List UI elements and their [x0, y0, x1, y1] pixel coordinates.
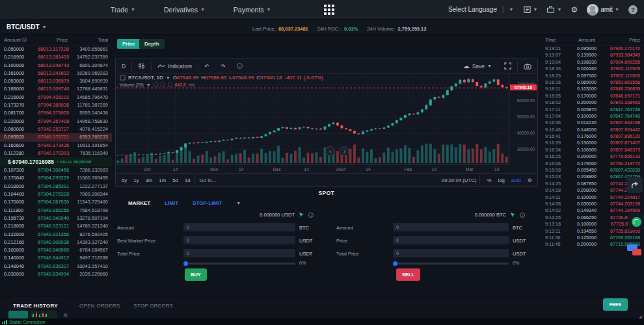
- range-5d[interactable]: 5d: [169, 177, 181, 183]
- eye-icon[interactable]: [154, 83, 158, 87]
- trade-row[interactable]: 9:16:390.15000067807.871407: [541, 140, 644, 146]
- scroll-left-button[interactable]: ‹: [325, 146, 335, 156]
- trade-row[interactable]: 9:16:340.10690067807.846373: [541, 147, 644, 153]
- tab-trade-history[interactable]: TRADE HISTORY: [13, 303, 58, 309]
- range-5y[interactable]: 5y: [118, 177, 130, 183]
- scale-percent-button[interactable]: %: [483, 177, 494, 183]
- tab-market[interactable]: MARKET: [128, 200, 150, 206]
- sell-button[interactable]: SELL: [396, 268, 420, 281]
- order-book-ask-row[interactable]: 0.22000067994.35740814958.758630: [0, 118, 112, 125]
- order-book-bid-row[interactable]: 0.10730067904.3064587286.132083: [0, 166, 112, 174]
- order-book-bid-row[interactable]: 0.21216067840.90893614393.127240: [0, 239, 112, 246]
- order-book-ask-row[interactable]: 0.21690068013.08141514752.037359: [0, 53, 112, 61]
- order-book-ask-row[interactable]: 0.06000067940.2537274076.415224: [0, 125, 112, 133]
- buy-button[interactable]: BUY: [185, 268, 207, 281]
- language-selector[interactable]: Select Language|▼: [448, 6, 514, 13]
- wallet-menu[interactable]: ▼: [546, 5, 561, 14]
- user-menu[interactable]: amit ▼: [587, 4, 619, 16]
- support-widget-button[interactable]: [628, 213, 644, 230]
- order-book-ask-row[interactable]: 0.08170067994.3750055555.140438: [0, 109, 112, 117]
- range-1d[interactable]: 1d: [181, 177, 194, 183]
- tab-limit[interactable]: LIMIT: [165, 200, 178, 206]
- more-icon[interactable]: [168, 83, 172, 87]
- trade-row[interactable]: 9:14:080.03000067744.203138: [541, 201, 644, 207]
- trade-row[interactable]: 9:17:110.00587067847.764748: [541, 107, 644, 113]
- goto-date-button[interactable]: Go to...: [195, 177, 222, 183]
- axis-settings-gear-icon[interactable]: ⚙: [524, 177, 537, 183]
- trade-row[interactable]: 9:18:160.06900067851.861558: [541, 79, 644, 86]
- scale-auto-button[interactable]: auto: [508, 177, 524, 183]
- tab-open-orders[interactable]: OPEN ORDERS: [79, 303, 120, 309]
- order-book-bid-row[interactable]: 0.01800067904.2853911222.277137: [0, 183, 112, 190]
- buy-best-market-price-input[interactable]: [183, 236, 295, 244]
- chart-canvas[interactable]: 70000.0060000.0050000.0040000.0030000.00…: [116, 73, 537, 164]
- range-1m[interactable]: 1m: [155, 177, 169, 183]
- snapshot-button[interactable]: [518, 59, 537, 73]
- time-axis[interactable]: Oct14Nov14Dec14202414Feb14Mar14: [116, 164, 509, 173]
- chevron-down-icon[interactable]: ▼: [236, 201, 241, 205]
- order-book-ask-row[interactable]: 0.11238067940.1703937635.116349: [0, 150, 112, 157]
- order-book-bid-row[interactable]: 0.17000067904.26753011543.725480: [0, 198, 112, 206]
- trade-row[interactable]: 9:16:060.17900067760.219772: [541, 161, 644, 167]
- order-book-ask-row[interactable]: 0.18800068013.00974012788.445831: [0, 85, 112, 93]
- buy-amount-input[interactable]: [183, 223, 295, 231]
- buy-percent-slider[interactable]: [183, 263, 295, 265]
- order-book-bid-row[interactable]: 0.12200067840.9213568276.592405: [0, 231, 112, 239]
- order-book-ask-row[interactable]: 0.10000068013.0487436801.304874: [0, 62, 112, 70]
- sell-percent-slider[interactable]: [393, 263, 509, 265]
- fees-button[interactable]: FEES: [603, 298, 628, 311]
- order-book-bid-row[interactable]: 0.10000067840.8465656784.084567: [0, 246, 112, 254]
- trade-row[interactable]: 9:14:020.14934067744.194599: [541, 207, 644, 214]
- trade-row[interactable]: 9:11:560.12500067709.355169: [541, 235, 644, 241]
- share-chart-button[interactable]: [626, 177, 643, 193]
- order-book-bid-row[interactable]: 0.03000067840.8349942035.225060: [0, 270, 112, 278]
- order-book-ask-row[interactable]: 0.05300068013.0365793604.690939: [0, 77, 112, 85]
- settings-gear-icon[interactable]: ⚙: [570, 5, 578, 14]
- range-3m[interactable]: 3m: [142, 177, 156, 183]
- indicators-button[interactable]: Indicators: [152, 59, 198, 73]
- chart-info-button[interactable]: i: [231, 59, 248, 73]
- trade-row[interactable]: 9:18:330.02616067902.110505: [541, 66, 644, 72]
- trade-row[interactable]: 9:15:080.09545067807.432838: [541, 167, 644, 174]
- fullscreen-button[interactable]: [498, 59, 517, 73]
- trade-row[interactable]: 9:19:210.09500067940.170170: [541, 46, 644, 52]
- candle-style-button[interactable]: [132, 59, 151, 73]
- tab-price[interactable]: Price: [117, 39, 141, 49]
- order-book-bid-row[interactable]: 0.21800067840.92312114789.321240: [0, 222, 112, 230]
- range-1y[interactable]: 1y: [130, 177, 142, 183]
- info-icon[interactable]: i: [520, 213, 525, 218]
- clipped-price-tab[interactable]: [8, 311, 28, 318]
- apps-grid-icon[interactable]: [324, 5, 334, 15]
- trade-row[interactable]: 9:19:040.19893067904.699255: [541, 59, 644, 66]
- order-book-bid-row[interactable]: 0.14804067840.83632710043.157410: [0, 263, 112, 270]
- nav-derivatives[interactable]: Derivatives▼: [164, 6, 205, 14]
- price-axis[interactable]: 70000.0060000.0050000.0040000.0030000.00…: [509, 73, 537, 164]
- order-book-bid-row[interactable]: 0.11180067840.9562567584.518799: [0, 207, 112, 214]
- nav-trade[interactable]: Trade▼: [111, 6, 135, 14]
- help-icon[interactable]: ?: [628, 5, 637, 14]
- sell-total-price-input[interactable]: [393, 249, 509, 257]
- orders-menu[interactable]: ▼: [523, 5, 538, 14]
- nav-payments[interactable]: Payments▼: [234, 6, 271, 14]
- pair-selector[interactable]: BTC/USDT▼: [0, 23, 47, 31]
- trade-row[interactable]: 9:18:110.10300067848.256839: [541, 86, 644, 92]
- trade-row[interactable]: 9:16:250.20000067779.655133: [541, 153, 644, 160]
- volume-legend-label[interactable]: Volume (20): [120, 83, 144, 87]
- scroll-right-button[interactable]: ›: [340, 146, 349, 156]
- trade-row[interactable]: 9:19:070.13990067933.984349: [541, 52, 644, 58]
- order-book-ask-row[interactable]: 0.17327067994.38903811781.387289: [0, 101, 112, 109]
- order-book-bid-row[interactable]: 0.19573067840.94004013278.507194: [0, 214, 112, 222]
- tab-stop-limit[interactable]: STOP-LIMIT: [193, 200, 222, 206]
- order-book-ask-row[interactable]: 0.16060067940.17343510911.191854: [0, 142, 112, 150]
- order-book-bid-row[interactable]: 0.14000067840.8449129497.718288: [0, 254, 112, 262]
- redo-button[interactable]: ↷: [215, 59, 231, 73]
- order-book-ask-row[interactable]: 0.09352067940.1757216353.765233: [0, 133, 112, 141]
- sell-price-input[interactable]: [393, 236, 509, 244]
- undo-button[interactable]: ↶: [198, 59, 215, 73]
- mid-price-bar[interactable]: $ 67940.17016985 ↑ 24H Hi: 68,060.68: [0, 157, 112, 166]
- trade-row[interactable]: 9:16:560.01413067807.944198: [541, 120, 644, 126]
- chat-widget-button[interactable]: [626, 243, 644, 260]
- order-book-ask-row[interactable]: 0.05000068013.1172283400.655861: [0, 46, 112, 53]
- trade-row[interactable]: 9:14:110.10000067744.224817: [541, 194, 644, 201]
- legend-symbol[interactable]: BTC/USDT, 1D: [128, 75, 163, 81]
